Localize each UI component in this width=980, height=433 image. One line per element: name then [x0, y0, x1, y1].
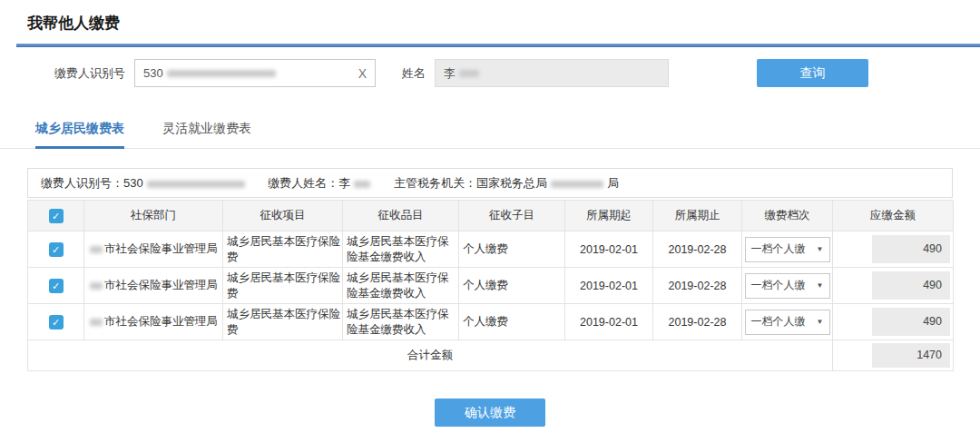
header-period-end: 所属期止	[653, 201, 742, 231]
period-start-cell: 2019-02-01	[565, 304, 653, 340]
select-all-checkbox[interactable]: ✓	[49, 209, 64, 223]
levy-sub-item-cell: 个人缴费	[459, 231, 565, 268]
header-levy-category: 征收品目	[343, 201, 459, 231]
taxpayer-info-bar: 缴费人识别号：530 缴费人姓名：李 主管税务机关：国家税务总局局	[27, 168, 953, 198]
levy-category-cell: 城乡居民基本医疗保险基金缴费收入	[343, 304, 459, 340]
info-authority-suffix: 局	[607, 176, 619, 190]
total-amount: 1470	[872, 343, 950, 368]
header-period-start: 所属期起	[565, 201, 653, 231]
query-button[interactable]: 查询	[757, 59, 868, 87]
header-department: 社保部门	[84, 201, 223, 231]
info-name-value: 李	[338, 176, 350, 190]
period-end-cell: 2019-02-28	[653, 268, 742, 304]
title-divider	[16, 44, 980, 47]
table-row: ✓ 市社会保险事业管理局 城乡居民基本医疗保险费 城乡居民基本医疗保险基金缴费收…	[28, 304, 954, 340]
levy-sub-item-cell: 个人缴费	[459, 268, 565, 304]
department-cell: 市社会保险事业管理局	[104, 315, 218, 328]
amount-due-value: 490	[872, 235, 950, 263]
caret-down-icon: ▼	[817, 281, 824, 290]
period-end-cell: 2019-02-28	[653, 304, 742, 340]
header-amount-due: 应缴金额	[833, 201, 954, 231]
tab-urban-rural-resident[interactable]: 城乡居民缴费表	[35, 121, 124, 149]
taxpayer-id-label: 缴费人识别号	[54, 65, 125, 82]
header-levy-item: 征收项目	[223, 201, 343, 231]
period-end-cell: 2019-02-28	[653, 231, 742, 268]
department-redacted	[90, 319, 103, 326]
tier-select[interactable]: 一档个人缴 ▼	[745, 310, 830, 335]
row-checkbox[interactable]: ✓	[49, 242, 64, 257]
levy-item-cell: 城乡居民基本医疗保险费	[223, 268, 343, 304]
levy-item-cell: 城乡居民基本医疗保险费	[223, 231, 343, 268]
table-header-row: ✓ 社保部门 征收项目 征收品目 征收子目 所属期起 所属期止 缴费档次 应缴金…	[28, 201, 954, 231]
amount-due-value: 490	[872, 308, 950, 336]
tier-selected-value: 一档个人缴	[751, 278, 806, 293]
info-name-label: 缴费人姓名：	[268, 176, 338, 190]
table-body: ✓ 市社会保险事业管理局 城乡居民基本医疗保险费 城乡居民基本医疗保险基金缴费收…	[28, 231, 954, 340]
tab-bar: 城乡居民缴费表 灵活就业缴费表	[0, 121, 980, 149]
tab-flexible-employment[interactable]: 灵活就业缴费表	[162, 121, 251, 148]
table-row: ✓ 市社会保险事业管理局 城乡居民基本医疗保险费 城乡居民基本医疗保险基金缴费收…	[28, 231, 954, 268]
total-row: 合计金额 1470	[28, 340, 954, 371]
levy-sub-item-cell: 个人缴费	[459, 304, 565, 340]
taxpayer-id-redacted	[167, 70, 276, 77]
taxpayer-id-input[interactable]: 530 X	[134, 59, 376, 87]
info-authority-label: 主管税务机关：	[394, 176, 476, 190]
tier-selected-value: 一档个人缴	[751, 314, 806, 330]
name-label: 姓名	[402, 65, 426, 82]
department-cell: 市社会保险事业管理局	[104, 242, 218, 255]
department-redacted	[90, 282, 103, 290]
tier-select[interactable]: 一档个人缴 ▼	[745, 273, 830, 299]
department-redacted	[90, 246, 103, 253]
page-title: 我帮他人缴费	[27, 13, 980, 34]
info-id-value: 530	[123, 176, 143, 190]
confirm-payment-button[interactable]: 确认缴费	[435, 399, 545, 427]
period-start-cell: 2019-02-01	[565, 231, 653, 268]
caret-down-icon: ▼	[817, 245, 824, 253]
caret-down-icon: ▼	[817, 318, 824, 326]
clear-icon[interactable]: X	[358, 66, 367, 81]
name-value: 李	[444, 65, 456, 82]
name-input: 李	[435, 59, 669, 87]
levy-category-cell: 城乡居民基本医疗保险基金缴费收入	[343, 231, 459, 268]
levy-category-cell: 城乡居民基本医疗保险基金缴费收入	[343, 268, 459, 304]
info-id-redacted	[147, 181, 245, 188]
table-row: ✓ 市社会保险事业管理局 城乡居民基本医疗保险费 城乡居民基本医疗保险基金缴费收…	[28, 268, 954, 304]
info-authority-redacted	[551, 181, 603, 188]
row-checkbox[interactable]: ✓	[49, 315, 64, 330]
taxpayer-id-value: 530	[143, 66, 163, 80]
payment-page: 我帮他人缴费 缴费人识别号 530 X 姓名 李 查询 城乡居民缴费表 灵活就业…	[0, 13, 980, 427]
period-start-cell: 2019-02-01	[565, 268, 653, 304]
levy-item-cell: 城乡居民基本医疗保险费	[223, 304, 343, 340]
tier-selected-value: 一档个人缴	[751, 241, 806, 257]
tier-select[interactable]: 一档个人缴 ▼	[745, 237, 830, 262]
info-id-label: 缴费人识别号：	[41, 176, 123, 190]
info-authority-prefix: 国家税务总局	[476, 176, 547, 190]
row-checkbox[interactable]: ✓	[49, 279, 64, 293]
header-tier: 缴费档次	[742, 201, 833, 231]
payment-table: ✓ 社保部门 征收项目 征收品目 征收子目 所属期起 所属期止 缴费档次 应缴金…	[27, 200, 954, 371]
amount-due-value: 490	[872, 271, 950, 300]
info-name-redacted	[354, 181, 370, 188]
department-cell: 市社会保险事业管理局	[104, 279, 218, 291]
name-redacted	[459, 70, 479, 77]
header-levy-sub-item: 征收子目	[459, 201, 565, 231]
search-form: 缴费人识别号 530 X 姓名 李 查询	[54, 59, 980, 87]
total-label: 合计金额	[28, 340, 833, 371]
